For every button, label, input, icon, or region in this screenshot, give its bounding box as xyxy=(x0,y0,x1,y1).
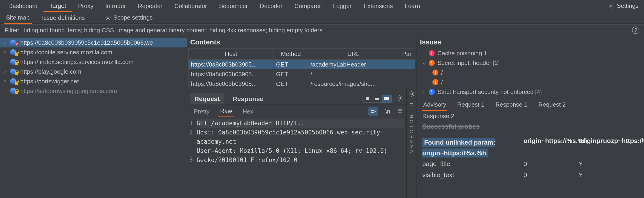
issue-label: Secret input: header [2] xyxy=(438,59,500,67)
table-row[interactable]: https://0a8c003b03905... GET /academyLab… xyxy=(188,60,415,69)
tree-label: https://portswigger.net xyxy=(20,78,79,85)
issues-title: Issues xyxy=(417,37,644,48)
probe-cell: Y xyxy=(579,169,638,180)
site-icon xyxy=(10,59,18,65)
svg-point-3 xyxy=(410,93,412,95)
issue-row[interactable]: ! / xyxy=(418,77,643,87)
contents-title: Contents xyxy=(187,37,416,48)
tree-node[interactable]: › https://play.google.com xyxy=(0,67,187,76)
request-response-bar: Request Response xyxy=(187,93,406,105)
tree-node[interactable]: › https://0a8c003b039059c5c1e912a5005b00… xyxy=(0,38,187,47)
expand-icon[interactable]: › xyxy=(4,59,8,65)
view-hex[interactable]: Hex xyxy=(241,106,255,117)
hamburger-icon[interactable] xyxy=(397,108,403,115)
expand-icon[interactable]: › xyxy=(4,49,8,55)
inspector-settings-icon[interactable] xyxy=(408,91,415,99)
tab-comparer[interactable]: Comparer xyxy=(288,0,327,12)
severity-medium-icon: ! xyxy=(432,79,438,85)
tab-proxy[interactable]: Proxy xyxy=(72,0,99,12)
expand-icon[interactable]: › xyxy=(4,40,8,46)
subtab-issue-defs[interactable]: Issue definitions xyxy=(40,12,87,23)
actions-icon[interactable] xyxy=(368,107,378,116)
issue-row[interactable]: ! Cache poisoning 1 xyxy=(418,48,643,58)
site-icon xyxy=(10,78,18,84)
view-raw[interactable]: Raw xyxy=(218,106,234,117)
probe-header: Found unlinked param: origin~https://%s.… xyxy=(422,138,496,157)
tab-intruder[interactable]: Intruder xyxy=(99,0,132,12)
col-par[interactable]: Par xyxy=(399,49,415,59)
inspector-label[interactable]: INSPECTOR xyxy=(409,113,415,157)
tree-label: https://play.google.com xyxy=(20,68,81,75)
tab-logger[interactable]: Logger xyxy=(327,0,358,12)
inspector-rail: INSPECTOR xyxy=(406,89,416,198)
site-icon xyxy=(10,40,18,46)
scope-settings-button[interactable]: Scope settings xyxy=(105,14,153,21)
tab-extensions[interactable]: Extensions xyxy=(358,0,399,12)
issue-label: Cache poisoning 1 xyxy=(438,50,487,57)
expand-icon[interactable]: › xyxy=(4,78,8,84)
sub-tab-bar: Site map Issue definitions Scope setting… xyxy=(0,12,644,24)
message-settings-icon[interactable] xyxy=(396,95,403,103)
layout-rows-icon[interactable] xyxy=(372,95,382,102)
collapse-icon[interactable]: ⌄ xyxy=(422,60,426,66)
table-row[interactable]: https://0a8c003b03905... GET / xyxy=(188,69,415,79)
view-mode-bar: Pretty Raw Hex \n xyxy=(187,105,406,117)
probes-heading: Successful probes xyxy=(422,123,638,133)
issue-label: Strict transport security not enforced [… xyxy=(438,88,542,96)
tab-sequencer[interactable]: Sequencer xyxy=(213,0,254,12)
tab-request[interactable]: Request xyxy=(190,93,224,105)
layout-columns-icon[interactable] xyxy=(362,95,372,102)
raw-code[interactable]: GET /academyLabHeader HTTP/1.1Host: 0a8c… xyxy=(197,119,404,165)
tab-collaborator[interactable]: Collaborator xyxy=(168,0,213,12)
subtab-sitemap[interactable]: Site map xyxy=(4,12,32,24)
probe-table: Found unlinked param: origin~https://%s.… xyxy=(422,137,638,180)
raw-editor[interactable]: 1 2 3 GET /academyLabHeader HTTP/1.1Host… xyxy=(187,117,406,165)
dtab-response2[interactable]: Response 2 xyxy=(422,111,455,122)
expand-icon[interactable]: › xyxy=(4,69,8,75)
dtab-response1[interactable]: Response 1 xyxy=(494,99,528,111)
dtab-advisory[interactable]: Advisory xyxy=(422,99,447,111)
expand-icon[interactable]: › xyxy=(422,89,426,95)
probe-header: origin~https://%s.%h xyxy=(524,137,576,158)
severity-medium-icon: ! xyxy=(429,60,435,66)
issue-row[interactable]: ! / xyxy=(418,68,643,77)
dtab-request1[interactable]: Request 1 xyxy=(456,99,486,111)
tab-target[interactable]: Target xyxy=(44,0,72,12)
col-method[interactable]: Method xyxy=(274,49,308,59)
tab-learn[interactable]: Learn xyxy=(399,0,426,12)
issues-list: ! Cache poisoning 1 ⌄ ! Secret input: he… xyxy=(417,48,644,97)
newline-toggle-icon[interactable]: \n xyxy=(385,108,390,115)
issue-row[interactable]: › ! Strict transport security not enforc… xyxy=(418,87,643,97)
help-icon[interactable]: ? xyxy=(632,27,640,34)
expand-icon[interactable]: › xyxy=(4,88,8,94)
issue-label: / xyxy=(441,79,443,86)
tab-response[interactable]: Response xyxy=(228,93,268,105)
site-tree: › https://0a8c003b039059c5c1e912a5005b00… xyxy=(0,37,187,198)
issue-row[interactable]: ⌄ ! Secret input: header [2] xyxy=(418,58,643,68)
inspector-expand-icon[interactable] xyxy=(409,101,414,108)
issue-detail-tabs: Advisory Request 1 Response 1 Request 2 xyxy=(417,97,644,111)
contents-header[interactable]: Host Method URL Par xyxy=(188,49,415,60)
tab-dashboard[interactable]: Dashboard xyxy=(2,0,44,12)
layout-single-icon[interactable] xyxy=(382,95,392,102)
svg-point-1 xyxy=(107,17,109,19)
svg-point-0 xyxy=(610,5,612,7)
dtab-request2[interactable]: Request 2 xyxy=(538,99,567,111)
site-icon xyxy=(10,49,18,55)
view-pretty[interactable]: Pretty xyxy=(192,106,211,117)
tab-decoder[interactable]: Decoder xyxy=(254,0,288,12)
table-row[interactable]: https://0a8c003b03905... GET /resources/… xyxy=(188,79,415,89)
col-url[interactable]: URL xyxy=(308,49,399,59)
line-gutter: 1 2 3 xyxy=(189,119,197,165)
tree-node[interactable]: › https://portswigger.net xyxy=(0,76,187,86)
tree-label: https://contile.services.mozilla.com xyxy=(20,49,112,56)
tree-node[interactable]: › https://firefox.settings.services.mozi… xyxy=(0,57,187,67)
tree-node[interactable]: › https://contile.services.mozilla.com xyxy=(0,47,187,57)
settings-button[interactable]: Settings xyxy=(604,2,642,10)
layout-toggle-group xyxy=(362,95,392,103)
col-host[interactable]: Host xyxy=(188,49,274,59)
tab-repeater[interactable]: Repeater xyxy=(132,0,168,12)
tree-node[interactable]: › https://safebrowsing.googleapis.com xyxy=(0,86,187,96)
tree-label: https://safebrowsing.googleapis.com xyxy=(20,88,117,95)
filter-bar[interactable]: Filter: Hiding not found items; hiding C… xyxy=(2,24,642,36)
